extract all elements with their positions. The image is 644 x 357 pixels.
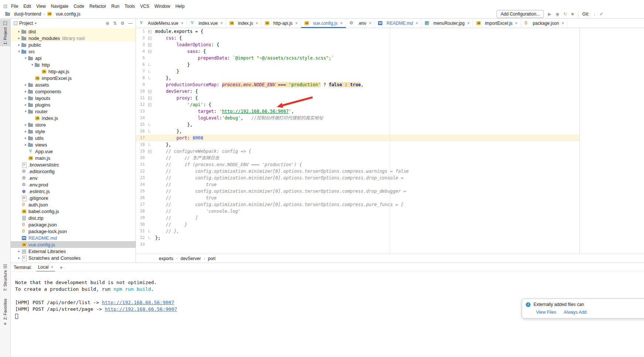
tree-item-scratches-and-consoles[interactable]: ▸Scratches and Consoles	[11, 255, 136, 261]
tree-item-gitignore[interactable]: .gitignore	[11, 195, 136, 201]
code-line-32[interactable]: 32};	[136, 235, 579, 241]
tab-index-js[interactable]: index.js×	[226, 18, 262, 28]
tree-item-babel-config-js[interactable]: babel.config.js	[11, 208, 136, 215]
tree-item-router[interactable]: ▾router	[11, 108, 136, 115]
rerun-icon[interactable]: ↻	[563, 11, 567, 17]
tree-item-utils[interactable]: ▸utils	[11, 135, 136, 141]
code-line-19[interactable]: 19− // configureWebpack: config => {	[136, 148, 579, 155]
tree-item-browserslistrc[interactable]: .browserslistrc	[11, 161, 136, 168]
menu-navigate[interactable]: Navigate	[48, 4, 71, 9]
code-line-24[interactable]: 24 // true	[136, 181, 579, 188]
tree-item-index-js[interactable]: index.js	[11, 115, 136, 121]
fold-collapse-icon[interactable]: −	[146, 148, 153, 155]
fold-end-icon[interactable]	[146, 61, 153, 68]
fold-collapse-icon[interactable]: −	[146, 28, 153, 35]
terminal-tab-local[interactable]: Local ×	[36, 263, 55, 272]
code-breadcrumb-exports[interactable]: exports	[159, 256, 173, 261]
tree-item-public[interactable]: ▸public	[11, 41, 136, 48]
tree-item-store[interactable]: ▸store	[11, 121, 136, 128]
tree-item-main-js[interactable]: main.js	[11, 155, 136, 161]
project-title[interactable]: Project	[19, 21, 33, 26]
tree-item-dist-zip[interactable]: dist.zip	[11, 215, 136, 221]
tree-collapsed-arrow[interactable]: ▸	[17, 36, 21, 40]
code-line-27[interactable]: 27 // config.optimization.minimizer[0].o…	[136, 201, 579, 208]
tree-expanded-arrow[interactable]: ▾	[23, 110, 28, 113]
fold-end-icon[interactable]	[146, 228, 153, 235]
tree-collapsed-arrow[interactable]: ▸	[23, 103, 28, 107]
code-line-1[interactable]: 1−module.exports = {	[136, 28, 579, 35]
fold-collapse-icon[interactable]: −	[146, 35, 153, 41]
add-configuration-button[interactable]: Add Configuration...	[497, 10, 544, 18]
menu-file[interactable]: File	[8, 4, 21, 9]
fold-collapse-icon[interactable]: −	[146, 95, 153, 101]
code-line-18[interactable]: 18 },	[136, 141, 579, 148]
fold-end-icon[interactable]	[146, 235, 153, 241]
tree-item-dist[interactable]: ▸dist	[11, 28, 136, 35]
code-breadcrumb-port[interactable]: port	[208, 256, 216, 261]
menu-view[interactable]: View	[34, 4, 48, 9]
tree-item-api[interactable]: ▾api	[11, 55, 136, 61]
fold-collapse-icon[interactable]: −	[146, 88, 153, 95]
close-icon[interactable]: ×	[562, 21, 564, 26]
tree-item-readme-md[interactable]: README.md	[11, 235, 136, 241]
tree-item-env-prod[interactable]: .env.prod	[11, 181, 136, 188]
tree-item-http-api-js[interactable]: http-api.js	[11, 68, 136, 75]
tree-collapsed-arrow[interactable]: ▸	[17, 30, 21, 33]
tree-item-eslintrc-js[interactable]: .eslintrc.js	[11, 188, 136, 195]
collapse-all-icon[interactable]: ⇅	[113, 21, 117, 26]
code-line-29[interactable]: 29 // ]	[136, 215, 579, 221]
code-line-3[interactable]: 3− loaderOptions: {	[136, 41, 579, 48]
fold-end-icon[interactable]	[146, 121, 153, 128]
locate-file-icon[interactable]: ⊕	[106, 21, 109, 26]
code-line-11[interactable]: 11− proxy: {	[136, 95, 579, 101]
code-line-4[interactable]: 4− sass: {	[136, 48, 579, 55]
close-icon[interactable]: ×	[515, 21, 518, 26]
tree-expanded-arrow[interactable]: ▾	[30, 63, 35, 67]
tree-item-env[interactable]: .env	[11, 175, 136, 181]
fold-collapse-icon[interactable]: −	[146, 48, 153, 55]
tree-collapsed-arrow[interactable]: ▸	[23, 96, 28, 100]
code-line-6[interactable]: 6 }	[136, 61, 579, 68]
tab-menurouter-jpg[interactable]: menuRouter.jpg×	[422, 18, 473, 28]
code-breadcrumb-devserver[interactable]: devServer	[181, 256, 201, 261]
tab-asidemenu-vue[interactable]: AsideMenu.vue×	[136, 18, 187, 28]
chevron-down-icon[interactable]: ▾	[35, 21, 37, 25]
tree-collapsed-arrow[interactable]: ▸	[23, 143, 28, 146]
fold-end-icon[interactable]	[146, 68, 153, 75]
new-terminal-button[interactable]: +	[59, 265, 62, 270]
tab-importexcel-js[interactable]: importExcel.js×	[473, 18, 521, 28]
tool-stripe-2-favorites[interactable]: 2: Favorites★	[0, 297, 10, 328]
tree-item-auth-json[interactable]: auth.json	[11, 201, 136, 208]
fold-end-icon[interactable]	[146, 75, 153, 81]
code-line-31[interactable]: 31 // },	[136, 228, 579, 235]
close-icon[interactable]: ×	[220, 21, 223, 26]
settings-icon[interactable]: ⚙	[120, 21, 125, 26]
tree-collapsed-arrow[interactable]: ▸	[17, 43, 21, 47]
code-line-16[interactable]: 16 },	[136, 128, 579, 135]
code-line-28[interactable]: 28 // 'console.log'	[136, 208, 579, 215]
tree-item-assets[interactable]: ▸assets	[11, 81, 136, 88]
tree-expanded-arrow[interactable]: ▾	[17, 50, 21, 53]
stop-icon[interactable]: ■	[571, 11, 574, 17]
tree-item-app-vue[interactable]: App.vue	[11, 148, 136, 155]
code-line-13[interactable]: 13 target: 'http://192.168.66.56:9007',	[136, 108, 579, 115]
tree-item-package-lock-json[interactable]: package-lock.json	[11, 228, 136, 235]
fold-end-icon[interactable]	[146, 128, 153, 135]
terminal-link[interactable]: http://192.168.66.56:9007	[102, 300, 174, 305]
tree-item-editorconfig[interactable]: .editorconfig	[11, 168, 136, 175]
always-add-link[interactable]: Always Add	[563, 310, 586, 315]
code-line-22[interactable]: 22 // config.optimization.minimizer[0].o…	[136, 168, 579, 175]
menu-window[interactable]: Window	[152, 4, 173, 9]
tree-item-views[interactable]: ▸views	[11, 141, 136, 148]
menu-help[interactable]: Help	[173, 4, 187, 9]
tree-collapsed-arrow[interactable]: ▸	[23, 83, 28, 87]
close-icon[interactable]: ×	[467, 21, 470, 26]
tree-item-external-libraries[interactable]: ▸External Libraries	[11, 248, 136, 255]
code-line-5[interactable]: 5 prependData: `@import "~@/assets/scss/…	[136, 55, 579, 61]
tree-item-package-json[interactable]: package.json	[11, 221, 136, 228]
menu-tools[interactable]: Tools	[122, 4, 137, 9]
fold-end-icon[interactable]	[146, 141, 153, 148]
fold-collapse-icon[interactable]: −	[146, 101, 153, 108]
fold-collapse-icon[interactable]: −	[146, 41, 153, 48]
code-line-10[interactable]: 10− devServer: {	[136, 88, 579, 95]
